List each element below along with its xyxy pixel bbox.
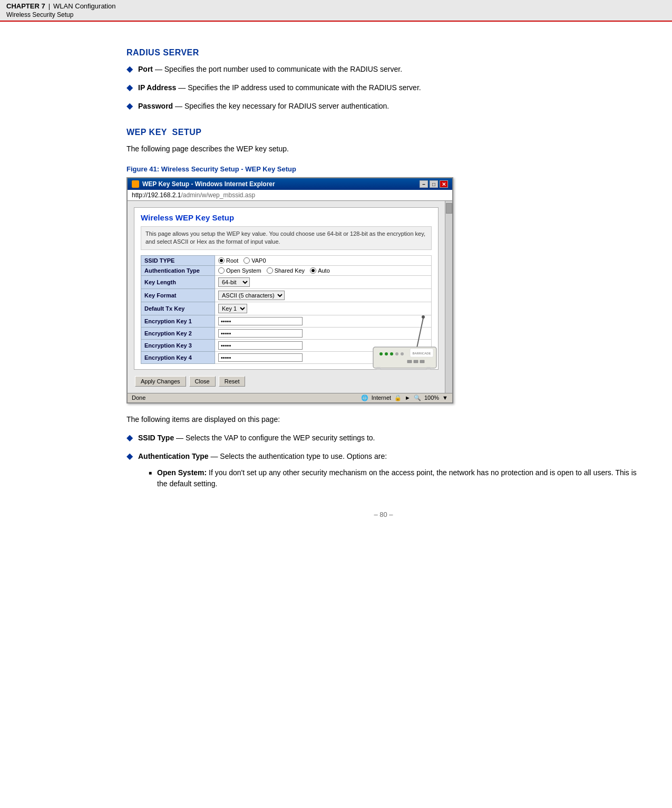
wep-section-heading: WEP Key Setup bbox=[126, 128, 640, 137]
close-button[interactable]: Close bbox=[189, 376, 216, 387]
key-length-select[interactable]: 64-bit 128-bit bbox=[218, 277, 250, 287]
main-content: Radius Server ◆ Port — Specifies the por… bbox=[0, 22, 672, 540]
enc-key1-input[interactable] bbox=[218, 317, 303, 325]
page-footer: – 80 – bbox=[126, 511, 640, 518]
browser-window: WEP Key Setup - Windows Internet Explore… bbox=[126, 177, 453, 403]
scrollbar[interactable] bbox=[445, 201, 452, 393]
list-item: ◆ SSID Type — Selects the VAP to configu… bbox=[126, 432, 640, 444]
status-right: 🌐 Internet 🔒 ► 🔍 100% ▼ bbox=[361, 395, 448, 401]
auth-open-option[interactable]: Open System bbox=[218, 267, 261, 274]
router-foot bbox=[426, 367, 431, 370]
close-button[interactable]: ✕ bbox=[440, 180, 448, 188]
ssid-root-label: Root bbox=[226, 257, 238, 264]
auth-auto-label: Auto bbox=[318, 267, 330, 274]
maximize-button[interactable]: □ bbox=[430, 180, 438, 188]
bullet-diamond-icon: ◆ bbox=[126, 64, 133, 74]
auth-shared-radio[interactable] bbox=[267, 267, 273, 274]
sub-bullet-icon: ■ bbox=[149, 469, 152, 477]
router-image-area: BARRICADE bbox=[357, 307, 442, 376]
radius-bullet-list: ◆ Port — Specifies the port number used … bbox=[126, 64, 640, 112]
router-led bbox=[395, 352, 398, 355]
chapter-label: CHAPTER 7 bbox=[6, 2, 45, 10]
enc-key2-input[interactable] bbox=[218, 329, 303, 338]
router-antenna-tip bbox=[422, 315, 425, 319]
scrollbar-thumb[interactable] bbox=[446, 203, 452, 214]
bullet-text: Open System: If you don't set up any oth… bbox=[157, 467, 640, 489]
table-row: Key Length 64-bit 128-bit bbox=[141, 275, 432, 288]
ssid-root-option[interactable]: Root bbox=[218, 257, 238, 264]
key-format-label: Key Format bbox=[141, 288, 215, 302]
apply-changes-button[interactable]: Apply Changes bbox=[135, 376, 186, 387]
header-bar: CHAPTER 7 | WLAN Configuration Wireless … bbox=[0, 0, 672, 22]
ssid-root-radio[interactable] bbox=[218, 257, 225, 264]
auth-type-label: Authentication Type bbox=[141, 265, 215, 275]
bullet-text: SSID Type — Selects the VAP to configure… bbox=[138, 432, 375, 444]
auth-radio-group: Open System Shared Key Aut bbox=[218, 267, 428, 274]
auth-shared-option[interactable]: Shared Key bbox=[267, 267, 305, 274]
table-row: Key Format ASCII (5 characters) Hex (10 … bbox=[141, 288, 432, 302]
bullet-text: Authentication Type — Selects the authen… bbox=[138, 451, 640, 495]
list-item: ◆ Port — Specifies the port number used … bbox=[126, 64, 640, 75]
bullet-text: IP Address — Specifies the IP address us… bbox=[138, 82, 421, 93]
enc-key1-label: Encryption Key 1 bbox=[141, 315, 215, 327]
internet-zone-label: Internet bbox=[372, 395, 391, 401]
sub-bullet-list: ■ Open System: If you don't set up any o… bbox=[149, 467, 640, 489]
lock-icon: 🔒 bbox=[394, 395, 402, 401]
auth-auto-radio[interactable] bbox=[310, 267, 316, 274]
header-title: WLAN Configuration bbox=[53, 2, 116, 10]
enc-key3-label: Encryption Key 3 bbox=[141, 339, 215, 351]
router-led bbox=[385, 352, 388, 355]
reset-button[interactable]: Reset bbox=[219, 376, 246, 387]
radius-section-heading: Radius Server bbox=[126, 48, 640, 57]
enc-key3-input[interactable] bbox=[218, 341, 303, 350]
minimize-button[interactable]: – bbox=[420, 180, 428, 188]
browser-addressbar: http://192.168.2.1/admin/w/wep_mbssid.as… bbox=[128, 190, 452, 201]
url-path: /admin/w/wep_mbssid.asp bbox=[181, 191, 255, 199]
status-left: Done bbox=[132, 395, 145, 401]
zoom-percent: 100% bbox=[424, 395, 439, 401]
internet-zone-icon: 🌐 bbox=[361, 395, 368, 401]
bullet-diamond-icon: ◆ bbox=[126, 101, 133, 111]
router-led bbox=[401, 352, 404, 355]
key-format-value: ASCII (5 characters) Hex (10 characters) bbox=[215, 288, 432, 302]
bullet-text: Password — Specifies the key necessary f… bbox=[138, 101, 389, 112]
bullet-text: Port — Specifies the port number used to… bbox=[138, 64, 402, 75]
auth-open-radio[interactable] bbox=[218, 267, 225, 274]
browser-body: Wireless WEP Key Setup This page allows … bbox=[128, 201, 452, 393]
browser-controls[interactable]: – □ ✕ bbox=[420, 180, 448, 188]
router-led bbox=[390, 352, 393, 355]
router-svg: BARRICADE bbox=[357, 307, 442, 376]
bullet-diamond-icon: ◆ bbox=[126, 432, 133, 443]
auth-type-value: Open System Shared Key Aut bbox=[215, 265, 432, 275]
browser-statusbar: Done 🌐 Internet 🔒 ► 🔍 100% ▼ bbox=[128, 393, 452, 402]
browser-title-left: WEP Key Setup - Windows Internet Explore… bbox=[132, 180, 275, 188]
wep-description: This page allows you setup the WEP key v… bbox=[141, 226, 432, 250]
default-tx-select[interactable]: Key 1 Key 2 Key 3 Key 4 bbox=[218, 304, 247, 313]
auth-shared-label: Shared Key bbox=[275, 267, 305, 274]
bullet-diamond-icon: ◆ bbox=[126, 451, 133, 461]
zoom-value: 🔍 bbox=[414, 395, 421, 401]
list-item: ◆ Authentication Type — Selects the auth… bbox=[126, 451, 640, 495]
list-item: ◆ Password — Specifies the key necessary… bbox=[126, 101, 640, 112]
router-led bbox=[379, 352, 383, 355]
ssid-vap0-option[interactable]: VAP0 bbox=[244, 257, 266, 264]
router-port bbox=[414, 360, 418, 363]
zoom-arrow: ▼ bbox=[442, 395, 448, 401]
header-subtitle: Wireless Security Setup bbox=[6, 11, 73, 18]
ssid-type-value: Root VAP0 bbox=[215, 255, 432, 265]
router-foot bbox=[376, 367, 381, 370]
auth-open-label: Open System bbox=[226, 267, 261, 274]
router-port bbox=[420, 360, 424, 363]
header-text-block: CHAPTER 7 | WLAN Configuration Wireless … bbox=[6, 2, 116, 18]
ssid-vap0-radio[interactable] bbox=[244, 257, 250, 264]
router-brand-text: BARRICADE bbox=[412, 352, 431, 355]
auth-auto-option[interactable]: Auto bbox=[310, 267, 330, 274]
browser-icon bbox=[132, 180, 139, 188]
key-format-select[interactable]: ASCII (5 characters) Hex (10 characters) bbox=[218, 291, 285, 300]
browser-title-text: WEP Key Setup - Windows Internet Explore… bbox=[142, 180, 275, 188]
list-item: ◆ IP Address — Specifies the IP address … bbox=[126, 82, 640, 93]
key-length-label: Key Length bbox=[141, 275, 215, 288]
ssid-type-label: SSID TYPE bbox=[141, 255, 215, 265]
enc-key4-input[interactable] bbox=[218, 353, 303, 362]
figure-caption: Figure 41: Wireless Security Setup - WEP… bbox=[126, 165, 640, 173]
